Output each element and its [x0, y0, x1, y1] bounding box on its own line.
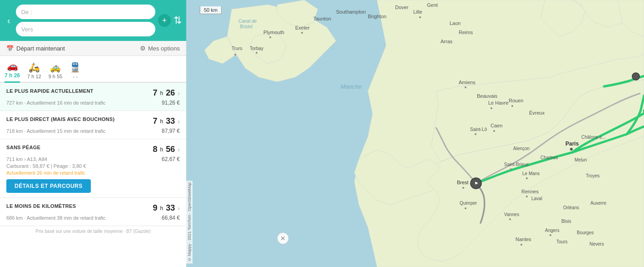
svg-text:Amiens: Amiens: [459, 80, 476, 85]
gear-icon: ⚙: [140, 45, 146, 52]
leastkm-sub: 686 km · Actuellement 38 min de retard t…: [6, 215, 105, 221]
details-button[interactable]: DÉTAILS ET PARCOURS: [6, 179, 91, 193]
svg-text:Saint-Brieuc: Saint-Brieuc: [504, 162, 529, 167]
svg-text:Laon: Laon: [450, 20, 461, 26]
svg-text:Orléans: Orléans: [563, 205, 579, 210]
svg-point-18: [269, 36, 271, 38]
options-button[interactable]: ⚙ Mes options: [140, 45, 180, 52]
map-scale: 50 km: [200, 6, 222, 14]
from-label: De :: [21, 9, 32, 15]
tab-train[interactable]: 🚆 - -: [69, 62, 81, 82]
route-leastkm-title: LE MOINS DE KILOMÈTRES: [6, 203, 153, 209]
tab-taxi[interactable]: 🚕 9 h 55: [49, 62, 63, 82]
svg-text:Bourges: Bourges: [577, 230, 594, 235]
notoll-h: 8: [153, 145, 158, 154]
taxi-icon: 🚕: [50, 62, 61, 73]
swap-directions-button[interactable]: ⇅: [173, 15, 182, 26]
svg-text:Dover: Dover: [395, 5, 409, 10]
svg-text:Laval: Laval: [531, 196, 542, 201]
svg-point-70: [520, 244, 522, 246]
notoll-price: 62,67 €: [162, 156, 180, 162]
car-icon: 🚗: [7, 60, 18, 71]
svg-point-57: [526, 177, 528, 179]
route-leastkm-duration: 9 h 33 ›: [153, 203, 180, 213]
depart-left: 📅 Départ maintenant: [6, 45, 65, 52]
svg-point-30: [419, 16, 421, 18]
svg-point-14: [632, 73, 639, 80]
svg-point-42: [511, 105, 513, 107]
svg-text:Tours: Tours: [556, 239, 567, 244]
svg-point-37: [465, 86, 466, 88]
svg-text:Taunton: Taunton: [313, 16, 331, 21]
fastest-h-unit: h: [160, 90, 163, 96]
route-notoll-title: SANS PÉAGE: [6, 145, 153, 150]
chevron-icon: ›: [178, 90, 180, 97]
fastest-price: 91,26 €: [162, 100, 180, 106]
route-list: LE PLUS RAPIDE ACTUELLEMENT 7 h 26 › 727…: [0, 83, 186, 226]
svg-text:Nantes: Nantes: [515, 237, 531, 242]
svg-text:Brighton: Brighton: [368, 14, 386, 19]
direct-h-unit: h: [160, 118, 163, 125]
route-header: ‹ De : Vers + ⇅: [0, 0, 186, 41]
chevron-icon-4: ›: [178, 205, 180, 212]
svg-point-51: [475, 133, 476, 135]
map-close-button[interactable]: ✕: [277, 232, 289, 244]
motorcycle-icon: 🛵: [29, 62, 40, 73]
svg-point-59: [462, 187, 464, 189]
direct-m: 33: [166, 116, 175, 126]
add-waypoint-button[interactable]: +: [158, 14, 171, 27]
route-most-direct[interactable]: LE PLUS DIRECT (MAIS AVEC BOUCHONS) 7 h …: [0, 111, 186, 139]
notoll-h-unit: h: [160, 146, 163, 153]
direct-h: 7: [153, 116, 158, 126]
svg-text:Le Havre: Le Havre: [488, 100, 509, 106]
map-area: ⚑ Truro Plymouth Exeter Torbay Taunton S…: [186, 0, 644, 267]
svg-text:Manche: Manche: [341, 83, 362, 90]
transport-tabs: 🚗 7 h 26 🛵 7 h 12 🚕 9 h 55 🚆 - -: [0, 56, 186, 83]
train-icon: 🚆: [69, 62, 81, 73]
route-no-toll[interactable]: SANS PÉAGE 8 h 56 › 711 km › A13, A84 62…: [0, 139, 186, 198]
svg-text:Southampton: Southampton: [336, 9, 366, 15]
svg-text:Châlons-s...: Châlons-s...: [581, 135, 605, 140]
fastest-traffic: Actuellement 16 min de retard trafic: [27, 100, 106, 106]
svg-point-20: [301, 32, 303, 34]
notoll-fuel: Carburant : 58,87 € | Péage : 3,80 €: [6, 163, 180, 169]
svg-text:⚑: ⚑: [474, 181, 478, 186]
train-time: - -: [73, 74, 78, 79]
notoll-distance: 711 km: [6, 156, 23, 162]
motorcycle-time: 7 h 12: [27, 74, 41, 79]
direct-price: 87,97 €: [162, 128, 180, 134]
route-fastest-duration: 7 h 26 ›: [153, 88, 180, 98]
to-label: Vers: [21, 26, 33, 33]
to-input[interactable]: Vers: [16, 22, 155, 36]
footer-note: Prix basé sur une voiture de taille moye…: [0, 226, 186, 236]
svg-text:Melun: Melun: [575, 157, 587, 162]
back-button[interactable]: ‹: [5, 16, 13, 25]
leastkm-h: 9: [153, 203, 158, 213]
svg-point-22: [256, 52, 258, 54]
from-input[interactable]: De :: [16, 5, 155, 19]
svg-point-53: [493, 130, 495, 132]
fastest-distance: 727 km: [6, 100, 23, 106]
notoll-m: 56: [166, 145, 175, 154]
car-time: 7 h 26: [5, 72, 20, 79]
svg-text:Évreux: Évreux: [529, 110, 545, 116]
svg-text:Blois: Blois: [561, 219, 571, 224]
svg-text:Exeter: Exeter: [295, 25, 310, 30]
taxi-time: 9 h 55: [49, 74, 63, 79]
leastkm-m: 33: [166, 203, 175, 213]
tab-car[interactable]: 🚗 7 h 26: [5, 60, 20, 83]
tab-motorcycle[interactable]: 🛵 7 h 12: [27, 62, 41, 82]
svg-text:Lille: Lille: [413, 9, 422, 15]
direct-distance: 718 km: [6, 128, 23, 134]
notoll-sub: 711 km › A13, A84: [6, 156, 47, 162]
svg-point-68: [509, 218, 511, 220]
depart-label: Départ maintenant: [16, 45, 65, 52]
svg-text:Saint-Lô: Saint-Lô: [470, 127, 487, 132]
svg-point-40: [490, 107, 492, 109]
route-fastest-current[interactable]: LE PLUS RAPIDE ACTUELLEMENT 7 h 26 › 727…: [0, 83, 186, 111]
route-least-km[interactable]: LE MOINS DE KILOMÈTRES 9 h 33 › 686 km ·…: [0, 198, 186, 226]
svg-point-72: [550, 234, 551, 236]
svg-text:Reims: Reims: [459, 30, 473, 35]
svg-text:Rouen: Rouen: [509, 98, 523, 103]
svg-text:Plymouth: Plymouth: [263, 30, 284, 35]
